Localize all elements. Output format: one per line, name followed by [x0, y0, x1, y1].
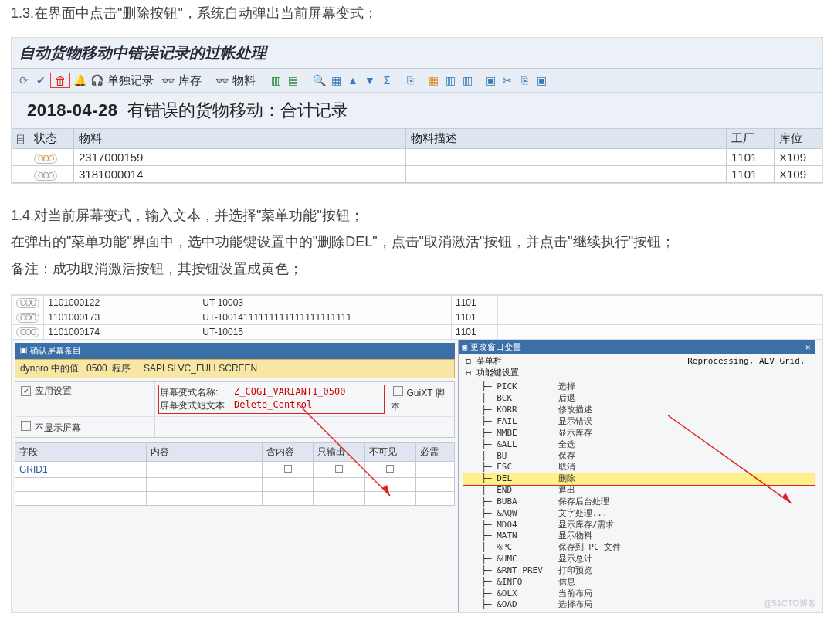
table-row[interactable] [15, 491, 455, 505]
bell-icon[interactable]: 🔔 [72, 73, 87, 87]
layout-icon[interactable]: ▦ [425, 73, 441, 87]
fkey-all[interactable]: ├─ &ALL 全选 [463, 439, 815, 451]
instruction-1-4b: 在弹出的"菜单功能"界面中，选中功能键设置中的"删除DEL"，点击"取消激活"按… [11, 229, 823, 255]
dynpro-header: dynpro 中的值 0500 程序 SAPLSLVC_FULLSCREEN [15, 359, 455, 378]
fkey-bck[interactable]: ├─ BCK 后退 [463, 393, 815, 405]
sort-asc-icon[interactable]: ▲ [345, 73, 361, 87]
refresh-icon[interactable]: ⟳ [16, 73, 32, 87]
delete-icon[interactable]: 🗑 [53, 73, 68, 87]
select-all-icon[interactable]: ▥ [268, 73, 283, 87]
col-sloc[interactable]: 库位 [775, 129, 822, 149]
variant-name-highlight: 屏幕变式名称:Z_COGI_VARIANT1_0500 屏幕变式短文本Delet… [158, 385, 385, 414]
misc-icon-3[interactable]: ⎘ [517, 73, 532, 87]
tree-node-fkeys[interactable]: ⊟ 功能键设置 [463, 368, 815, 379]
variant-text-input[interactable]: Delete_Control [234, 399, 312, 412]
fkey-info[interactable]: ├─ &INFO 信息 [463, 577, 815, 588]
col-output-only[interactable]: 只输出 [314, 442, 364, 461]
table-row[interactable]: GRID1 [15, 461, 455, 477]
screen-variant-dialog: ▣ 确认屏幕条目 dynpro 中的值 0500 程序 SAPLSLVC_FUL… [12, 340, 458, 613]
sub-header: 2018-04-28 有错误的货物移动：合计记录 [12, 93, 822, 128]
sort-desc-icon[interactable]: ▼ [362, 73, 378, 87]
headset-icon[interactable]: 🎧 [89, 73, 104, 87]
fkey-buba[interactable]: ├─ BUBA 保存后台处理 [463, 497, 815, 508]
status-icon: OOO [34, 154, 57, 164]
dialog-title: ▣ 确认屏幕条目 [15, 343, 455, 359]
status-icon: OOO [16, 327, 39, 337]
table-row[interactable]: OOO1101000173UT-100141111111111111111111… [12, 310, 822, 324]
col-desc[interactable]: 物料描述 [406, 129, 727, 149]
col-invisible[interactable]: 不可见 [364, 442, 415, 461]
fkey-esc[interactable]: ├─ ESC 取消 [463, 462, 815, 473]
fkey-rntprev[interactable]: ├─ &RNT_PREV 打印预览 [463, 565, 815, 577]
sum-icon[interactable]: Σ [379, 73, 395, 87]
fkey-olx[interactable]: ├─ &OLX 当前布局 [463, 588, 815, 600]
instruction-1-4c: 备注：成功取消激活按钮，其按钮设置成黄色； [11, 256, 823, 282]
fkey-md[interactable]: ├─ MD04 显示库存/需求 [463, 520, 815, 531]
material-button[interactable]: 物料 [232, 73, 256, 88]
table-row[interactable]: OOO 2317000159 1101 X109 [12, 149, 822, 166]
menu-dialog-title: ▣ 更改窗口变量✕ [459, 340, 815, 354]
fkey-end[interactable]: ├─ END 退出 [463, 485, 815, 497]
col-required[interactable]: 必需 [416, 442, 454, 461]
background-grid: OOO1101000122UT-100031101 OOO1101000173U… [12, 295, 822, 340]
fkey-oad[interactable]: ├─ &OAD 选择布局 [463, 599, 815, 611]
window-title: 自动货物移动中错误记录的过帐处理 [12, 38, 822, 69]
fkey-matn[interactable]: ├─ MATN 显示物料 [463, 530, 815, 542]
col-with-content[interactable]: 含内容 [263, 442, 314, 461]
fkey-pc[interactable]: ├─ %PC 保存到 PC 文件 [463, 542, 815, 554]
alv-grid: ⌸ 状态 物料 物料描述 工厂 库位 OOO 2317000159 1101 X… [12, 128, 822, 183]
fkey-bu[interactable]: ├─ BU 保存 [463, 451, 815, 463]
misc-icon-4[interactable]: ▣ [534, 73, 549, 87]
fkey-aqw[interactable]: ├─ &AQW 文字处理... [463, 508, 815, 520]
guixt-checkbox[interactable] [393, 386, 403, 396]
check-icon[interactable]: ✔ [33, 73, 49, 87]
sel-col[interactable]: ⌸ [12, 129, 29, 149]
export-icon[interactable]: ⎘ [402, 73, 418, 87]
table-row[interactable] [15, 477, 455, 491]
variant-icon-1[interactable]: ▥ [442, 73, 458, 87]
tree-node-menubar[interactable]: ⊟ 菜单栏Reprocessing, ALV Grid, [463, 356, 815, 368]
glasses-icon-2[interactable]: 👓 [214, 73, 229, 87]
status-icon: OOO [34, 171, 57, 181]
function-key-list: ├─ PICK 选择 ├─ BCK 后退 ├─ KORR 修改描述 ├─ FAI… [459, 380, 815, 612]
glasses-icon-1[interactable]: 👓 [160, 73, 175, 87]
fkey-fail[interactable]: ├─ FAIL 显示错误 [463, 416, 815, 428]
toolbar: ⟳ ✔ 🗑 🔔 🎧 单独记录 👓 库存 👓 物料 ▥ ▤ 🔍 ▦ ▲ ▼ Σ ⎘… [12, 69, 822, 93]
col-matnr[interactable]: 物料 [74, 129, 406, 149]
filter-icon[interactable]: ▦ [328, 73, 344, 87]
single-record-button[interactable]: 单独记录 [107, 73, 154, 88]
fkey-pick[interactable]: ├─ PICK 选择 [463, 381, 815, 393]
fkey-umc[interactable]: ├─ &UMC 显示总计 [463, 554, 815, 565]
table-row[interactable]: OOO1101000122UT-100031101 [12, 295, 822, 310]
col-plant[interactable]: 工厂 [727, 129, 775, 149]
variant-icon-2[interactable]: ▥ [459, 73, 475, 87]
table-row[interactable]: OOO 3181000014 1101 X109 [12, 166, 822, 183]
menu-function-dialog: ▣ 更改窗口变量✕ ⊟ 菜单栏Reprocessing, ALV Grid, ⊟… [458, 340, 815, 613]
deselect-all-icon[interactable]: ▤ [285, 73, 300, 87]
fkey-del[interactable]: ├─ DEL 删除 [463, 473, 815, 485]
misc-icon-1[interactable]: ▣ [483, 73, 498, 87]
noshow-label: 不显示屏幕 [35, 422, 81, 433]
stock-button[interactable]: 库存 [178, 73, 202, 88]
watermark: @51CTO博客 [764, 598, 816, 609]
sap-screenshot-1: 自动货物移动中错误记录的过帐处理 ⟳ ✔ 🗑 🔔 🎧 单独记录 👓 库存 👓 物… [11, 37, 823, 184]
apply-settings-checkbox[interactable] [21, 386, 31, 396]
instruction-1-3: 1.3.在界面中点击"删除按钮"，系统自动弹出当前屏幕变式； [11, 0, 823, 26]
variant-name-input[interactable]: Z_COGI_VARIANT1_0500 [234, 386, 346, 399]
instruction-1-4a: 1.4.对当前屏幕变式，输入文本，并选择"菜单功能"按钮； [11, 202, 823, 229]
apply-settings-label: 应用设置 [35, 385, 72, 396]
col-field[interactable]: 字段 [15, 442, 147, 461]
find-icon[interactable]: 🔍 [311, 73, 327, 87]
fkey-korr[interactable]: ├─ KORR 修改描述 [463, 405, 815, 416]
col-content[interactable]: 内容 [147, 442, 263, 461]
delete-highlight: 🗑 [50, 73, 70, 88]
fields-table: 字段 内容 含内容 只输出 不可见 必需 GRID1 [15, 442, 455, 506]
table-row[interactable]: OOO1101000174UT-100151101 [12, 324, 822, 339]
col-state[interactable]: 状态 [29, 129, 74, 149]
fkey-mmbe[interactable]: ├─ MMBE 显示库存 [463, 428, 815, 439]
close-icon[interactable]: ✕ [805, 342, 811, 352]
status-icon: OOO [16, 298, 39, 308]
noshow-checkbox[interactable] [21, 421, 31, 431]
column-headers: ⌸ 状态 物料 物料描述 工厂 库位 [12, 129, 822, 149]
misc-icon-2[interactable]: ✂ [500, 73, 515, 87]
